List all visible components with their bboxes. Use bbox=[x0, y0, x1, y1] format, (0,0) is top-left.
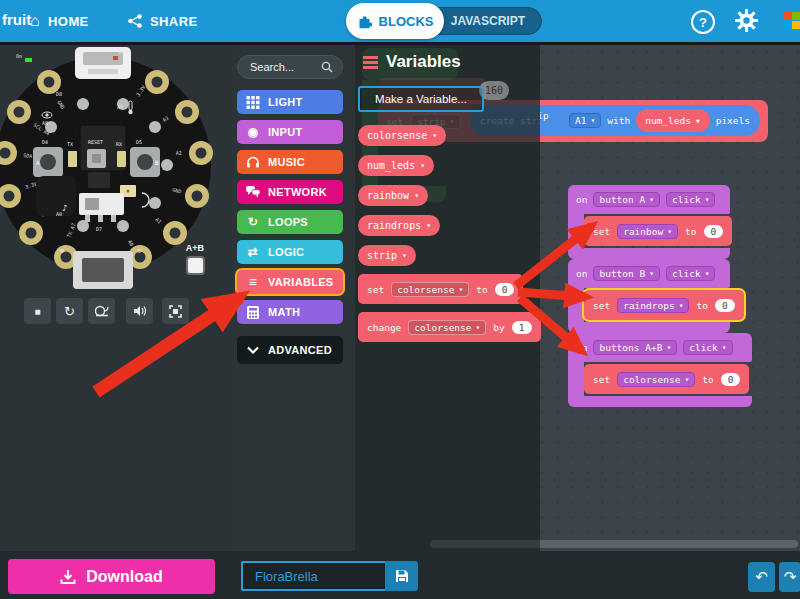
restart-button[interactable]: ↻ bbox=[56, 298, 83, 324]
plus-mark: ⊕ bbox=[60, 247, 64, 255]
var-dropdown[interactable]: rainbow▾ bbox=[617, 224, 678, 239]
search-input[interactable]: Search... bbox=[237, 55, 343, 79]
value-field[interactable]: 0 bbox=[495, 283, 515, 296]
var-dropdown[interactable]: colorsense▾ bbox=[391, 282, 469, 297]
board-label: D7 bbox=[96, 226, 102, 232]
set-strip-block-visible: set strip▾ to create strip on A1▾ with n… bbox=[540, 98, 772, 144]
flyout-change-block[interactable]: change colorsense▾ by 1 bbox=[358, 312, 541, 342]
headphones-icon bbox=[246, 156, 260, 168]
restart-icon: ↻ bbox=[64, 304, 75, 319]
set-colorsense-block[interactable]: set colorsense▾ to 0 bbox=[584, 364, 749, 394]
set-raindrops-block-highlighted[interactable]: set raindrops▾ to 0 bbox=[584, 290, 744, 320]
action-dropdown[interactable]: click▾ bbox=[666, 192, 715, 207]
reset-button[interactable] bbox=[87, 149, 106, 168]
search-placeholder: Search... bbox=[250, 61, 294, 73]
rx-component bbox=[117, 151, 126, 167]
var-dropdown[interactable]: raindrops▾ bbox=[617, 298, 689, 313]
ab-button[interactable] bbox=[186, 256, 205, 275]
fullscreen-icon bbox=[169, 305, 182, 318]
board-label: A9 bbox=[117, 104, 123, 110]
download-label: Download bbox=[86, 568, 162, 586]
button-a[interactable]: A bbox=[33, 147, 63, 177]
category-label: LOGIC bbox=[268, 246, 304, 258]
board-label: A0 bbox=[56, 211, 62, 217]
on-buttons-ab-block[interactable]: on buttons A+B▾ click▾ set colorsense▾ t… bbox=[568, 333, 752, 407]
power-led bbox=[25, 58, 32, 62]
settings-gear-icon[interactable] bbox=[735, 9, 758, 32]
help-button[interactable]: ? bbox=[691, 10, 715, 34]
undo-icon: ↶ bbox=[755, 568, 768, 586]
set-strip-block[interactable]: set strip▾ to create strip on A1▾ with n… bbox=[540, 98, 768, 144]
slow-mo-button[interactable] bbox=[88, 298, 115, 324]
grid-icon bbox=[246, 96, 260, 109]
music-note-icon: ♪ bbox=[62, 203, 67, 213]
redo-button[interactable]: ↷ bbox=[779, 562, 800, 592]
fullscreen-button[interactable] bbox=[162, 298, 189, 324]
tx-component bbox=[68, 151, 77, 167]
minus-mark: ⊖ bbox=[137, 247, 141, 255]
variable-pill-strip[interactable]: strip▾ bbox=[358, 245, 416, 266]
value-field[interactable]: 0 bbox=[715, 299, 735, 312]
share-button[interactable]: SHARE bbox=[128, 8, 198, 34]
category-math[interactable]: MATH bbox=[237, 300, 343, 324]
num-leds-pill[interactable]: num_leds▾ bbox=[636, 109, 710, 132]
microsoft-logo bbox=[783, 12, 800, 29]
category-light[interactable]: LIGHT bbox=[237, 90, 343, 114]
pad-label: A2 bbox=[175, 149, 182, 156]
category-input[interactable]: ◉ INPUT bbox=[237, 120, 343, 144]
action-dropdown[interactable]: click▾ bbox=[666, 266, 715, 281]
category-label: VARIABLES bbox=[268, 276, 333, 288]
make-variable-button[interactable]: Make a Variable... bbox=[358, 86, 484, 112]
set-rainbow-block[interactable]: set rainbow▾ to 0 bbox=[584, 216, 732, 246]
undo-button[interactable]: ↶ bbox=[748, 562, 775, 592]
project-name-input[interactable] bbox=[241, 561, 400, 591]
pin-dropdown[interactable]: A1▾ bbox=[569, 113, 601, 128]
puzzle-icon bbox=[357, 14, 372, 29]
save-button[interactable] bbox=[385, 561, 418, 591]
value-field[interactable]: 0 bbox=[704, 225, 724, 238]
stop-button[interactable]: ■ bbox=[24, 298, 51, 324]
button-dropdown[interactable]: button A▾ bbox=[593, 192, 660, 207]
speaker-icon bbox=[133, 305, 147, 317]
var-dropdown[interactable]: colorsense▾ bbox=[617, 372, 695, 387]
battery-connector bbox=[73, 251, 133, 289]
button-b[interactable]: B bbox=[130, 147, 160, 177]
set-keyword: set bbox=[593, 226, 610, 237]
download-button[interactable]: Download bbox=[8, 559, 215, 594]
chevron-down-icon bbox=[246, 346, 260, 354]
stop-icon: ■ bbox=[34, 306, 40, 317]
button-dropdown[interactable]: buttons A+B▾ bbox=[593, 340, 677, 355]
var-dropdown[interactable]: colorsense▾ bbox=[408, 320, 486, 335]
flyout-set-block[interactable]: set colorsense▾ to 0 bbox=[358, 274, 523, 304]
on-button-b-block[interactable]: on button B▾ click▾ set raindrops▾ to 0 bbox=[568, 259, 730, 333]
action-dropdown[interactable]: click▾ bbox=[683, 340, 732, 355]
shuffle-icon: ⇄ bbox=[246, 246, 260, 258]
home-label: HOME bbox=[48, 14, 89, 29]
category-variables[interactable]: ≡ VARIABLES bbox=[237, 270, 343, 294]
home-button[interactable]: ⌂ HOME bbox=[30, 8, 89, 34]
create-strip-block[interactable]: create strip on A1▾ with num_leds▾ pixel… bbox=[540, 105, 760, 136]
category-label: LOOPS bbox=[268, 216, 308, 228]
home-icon: ⌂ bbox=[30, 12, 40, 30]
category-advanced[interactable]: ADVANCED bbox=[237, 336, 343, 364]
category-music[interactable]: MUSIC bbox=[237, 150, 343, 174]
tab-blocks[interactable]: BLOCKS bbox=[346, 3, 444, 39]
blocks-label: BLOCKS bbox=[379, 14, 434, 29]
mute-button[interactable] bbox=[126, 298, 153, 324]
javascript-label: JAVASCRIPT bbox=[451, 14, 525, 28]
workspace-horizontal-scrollbar[interactable] bbox=[430, 540, 798, 548]
value-field[interactable]: 1 bbox=[512, 321, 532, 334]
value-field[interactable]: 0 bbox=[721, 373, 741, 386]
category-label: ADVANCED bbox=[268, 344, 332, 356]
variable-pill-num-leds[interactable]: num_leds▾ bbox=[358, 155, 434, 176]
on-button-a-block[interactable]: on button A▾ click▾ set rainbow▾ to 0 bbox=[568, 185, 730, 259]
category-network[interactable]: NETWORK bbox=[237, 180, 343, 204]
category-logic[interactable]: ⇄ LOGIC bbox=[237, 240, 343, 264]
pixels-text: pixels bbox=[716, 115, 750, 126]
variable-pill-raindrops[interactable]: raindrops▾ bbox=[358, 215, 440, 236]
button-dropdown[interactable]: button B▾ bbox=[593, 266, 660, 281]
category-loops[interactable]: ↻ LOOPS bbox=[237, 210, 343, 234]
variable-pill-colorsense[interactable]: colorsense▾ bbox=[358, 125, 446, 146]
variable-pill-rainbow[interactable]: rainbow▾ bbox=[358, 185, 428, 206]
to-keyword: to bbox=[685, 226, 696, 237]
